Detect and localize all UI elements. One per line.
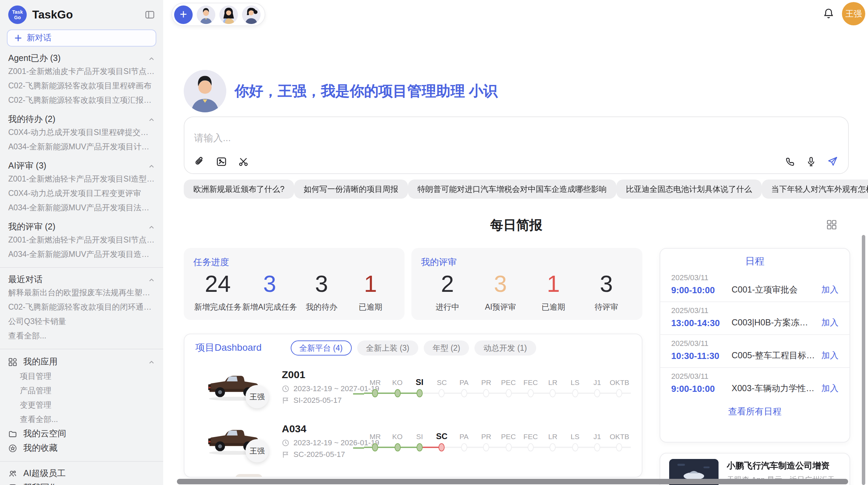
apps-view-all[interactable]: 查看全部... bbox=[0, 412, 163, 427]
sidebar-task-item[interactable]: C02-飞腾新能源轻客改款项目立项汇报方案 bbox=[8, 93, 155, 108]
milestone-node bbox=[364, 387, 386, 399]
milestone-track: MRKOSISCPAPRPECFECLRLSJ1OKTB bbox=[364, 432, 630, 453]
sidebar-task-item[interactable]: C0X4-动力总成开发项目SI里程碑提交物检查 bbox=[8, 125, 155, 140]
sidebar-section-header[interactable]: 我的待办 (2) bbox=[8, 114, 155, 125]
image-upload-icon[interactable] bbox=[216, 156, 227, 167]
recent-chat-item[interactable]: 公司Q3轻卡销量 bbox=[8, 314, 155, 329]
my-review-stats: 2进行中3AI预评审1已逾期3待评审 bbox=[421, 270, 633, 312]
sidebar-item-favorites[interactable]: 我的收藏 bbox=[0, 441, 163, 456]
join-meeting-link[interactable]: 加入 bbox=[821, 317, 839, 329]
join-meeting-link[interactable]: 加入 bbox=[821, 284, 839, 296]
collapse-sidebar-icon[interactable] bbox=[145, 10, 155, 20]
sidebar-task-item[interactable]: A034-全新新能源MUV产品开发项目法规符合性评审 bbox=[8, 201, 155, 215]
suggestion-chips: 欧洲新规最近颁布了什么?如何写一份清晰的项目周报特朗普可能对进口汽车增税会对中国… bbox=[184, 179, 849, 199]
layout-grid-icon[interactable] bbox=[826, 219, 837, 230]
my-review-title: 我的评审 bbox=[421, 256, 633, 269]
recent-chats-header[interactable]: 最近对话 bbox=[8, 274, 155, 286]
new-chat-button[interactable]: 新对话 bbox=[7, 29, 156, 47]
milestone: PR bbox=[475, 432, 497, 453]
stat-label: 进行中 bbox=[421, 302, 474, 312]
send-icon[interactable] bbox=[827, 156, 839, 167]
milestone-dot bbox=[417, 389, 423, 397]
join-meeting-link[interactable]: 加入 bbox=[821, 350, 839, 362]
sidebar-task-item[interactable]: Z001-全新燃油皮卡产品开发项目SI节点Lesson Learn报告 bbox=[8, 64, 155, 79]
sidebar-item-ai-super-staff[interactable]: AI超级员工 bbox=[0, 467, 163, 481]
milestone-dot bbox=[483, 389, 489, 397]
milestone-label: LR bbox=[542, 378, 564, 387]
sidebar-section-header[interactable]: 我的评审 (2) bbox=[8, 221, 155, 233]
sidebar-section-header[interactable]: AI评审 (3) bbox=[8, 160, 155, 172]
sidebar-task-item[interactable]: Z001-全新燃油轻卡产品开发项目SI节点属性5D文件评审 bbox=[8, 233, 155, 247]
app-window: Task Go TaskGo 新对话 Agent已办 (3)Z001-全新燃油皮… bbox=[0, 0, 868, 485]
app-title: TaskGo bbox=[32, 8, 145, 21]
app-link-item[interactable]: 项目管理 bbox=[0, 369, 163, 384]
chevron-up-icon bbox=[148, 276, 155, 283]
recent-chat-item[interactable]: C02-飞腾新能源轻客改款项目的闭环通告反馈情况 bbox=[8, 300, 155, 314]
join-meeting-link[interactable]: 加入 bbox=[821, 383, 839, 395]
milestone-label: LS bbox=[564, 378, 586, 387]
message-input[interactable] bbox=[194, 132, 674, 150]
my-apps-header[interactable]: 我的应用 bbox=[0, 355, 163, 369]
sidebar-task-item[interactable]: Z001-全新燃油轻卡产品开发项目SI造型提交物评审 bbox=[8, 172, 155, 186]
plus-icon bbox=[14, 34, 22, 42]
add-agent-button[interactable]: + bbox=[174, 5, 193, 24]
notifications-bell-icon[interactable] bbox=[823, 8, 834, 19]
dashboard-tab[interactable]: 全新平台 (4) bbox=[290, 340, 352, 356]
attachment-icon[interactable] bbox=[194, 156, 205, 167]
suggestion-chip[interactable]: 欧洲新规最近颁布了什么? bbox=[184, 179, 294, 199]
milestone: J1 bbox=[586, 378, 608, 399]
schedule-view-all[interactable]: 查看所有日程 bbox=[660, 400, 849, 423]
writing-icon bbox=[8, 484, 17, 485]
sidebar-task-item[interactable]: A034-全新新能源MUV产品开发项目造型可行性评审 bbox=[8, 247, 155, 262]
stat-label: 我的待办 bbox=[297, 302, 346, 312]
agent-avatar-1[interactable] bbox=[197, 5, 215, 24]
flag-icon bbox=[282, 396, 289, 404]
stat-item: 1已逾期 bbox=[527, 270, 580, 312]
milestone-node bbox=[519, 441, 542, 453]
dashboard-tab[interactable]: 年型 (2) bbox=[424, 340, 469, 356]
vertical-scrollbar[interactable] bbox=[862, 235, 865, 485]
recent-chat-item[interactable]: 解释最新出台的欧盟报废车法规再生塑料比例被调至15%... bbox=[8, 286, 155, 300]
sidebar-section-header[interactable]: Agent已办 (3) bbox=[8, 53, 155, 64]
milestone-node bbox=[475, 387, 497, 399]
event-time: 10:30-11:30 bbox=[671, 351, 732, 361]
app-link-item[interactable]: 变更管理 bbox=[0, 398, 163, 412]
project-name: A034 bbox=[282, 423, 306, 434]
microphone-icon[interactable] bbox=[806, 156, 817, 167]
agent-avatar-3[interactable] bbox=[242, 5, 261, 24]
milestone: MR bbox=[364, 378, 386, 399]
sidebar-task-item[interactable]: C0X4-动力总成开发项目工程变更评审 bbox=[8, 186, 155, 201]
sidebar-task-item[interactable]: C02-飞腾新能源轻客改款项目里程碑画布 bbox=[8, 79, 155, 93]
milestone-node bbox=[475, 441, 497, 453]
stat-label: AI预评审 bbox=[474, 302, 527, 312]
logo-text-bottom: Go bbox=[14, 15, 21, 20]
recent-view-all[interactable]: 查看全部... bbox=[8, 329, 155, 343]
milestone: OKTB bbox=[608, 378, 631, 399]
help-me-write-label: 帮我写作 bbox=[23, 482, 58, 485]
sidebar-item-help-me-write[interactable]: 帮我写作 bbox=[0, 481, 163, 485]
sidebar-task-item[interactable]: A034-全新新能源MUV产品开发项目计划变更表编写 bbox=[8, 140, 155, 154]
suggestion-chip[interactable]: 比亚迪全固态电池计划具体说了什么 bbox=[616, 179, 762, 199]
horizontal-scrollbar[interactable] bbox=[177, 479, 848, 484]
sidebar-item-cloud-space[interactable]: 我的云空间 bbox=[0, 427, 163, 441]
milestone: OKTB bbox=[608, 432, 631, 453]
suggestion-chip[interactable]: 特朗普可能对进口汽车增税会对中国车企造成哪些影响 bbox=[408, 179, 616, 199]
milestone-label: MR bbox=[364, 378, 386, 387]
agent-avatar-2[interactable] bbox=[219, 5, 238, 24]
schedule-list: 2025/03/119:00-10:00C001-立项审批会加入2025/03/… bbox=[660, 269, 849, 400]
suggestion-chip[interactable]: 当下年轻人对汽车外观有怎样的喜好趋势 bbox=[762, 179, 868, 199]
stat-item: 2进行中 bbox=[421, 270, 474, 312]
dashboard-tab[interactable]: 全新上装 (3) bbox=[357, 340, 419, 356]
milestone-dot bbox=[505, 389, 511, 397]
scissors-icon[interactable] bbox=[238, 156, 249, 167]
voice-call-icon[interactable] bbox=[784, 156, 795, 167]
suggestion-chip[interactable]: 如何写一份清晰的项目周报 bbox=[294, 179, 408, 199]
favorites-label: 我的收藏 bbox=[23, 443, 58, 454]
milestone-label: OKTB bbox=[608, 378, 631, 387]
dashboard-tab[interactable]: 动总开发 (1) bbox=[475, 340, 536, 356]
stat-item: 3新增AI完成任务 bbox=[242, 270, 297, 312]
project-owner-badge: 王强 bbox=[245, 439, 269, 462]
milestone-label: KO bbox=[386, 432, 409, 441]
app-link-item[interactable]: 产品管理 bbox=[0, 384, 163, 398]
user-avatar[interactable]: 王强 bbox=[842, 2, 865, 25]
